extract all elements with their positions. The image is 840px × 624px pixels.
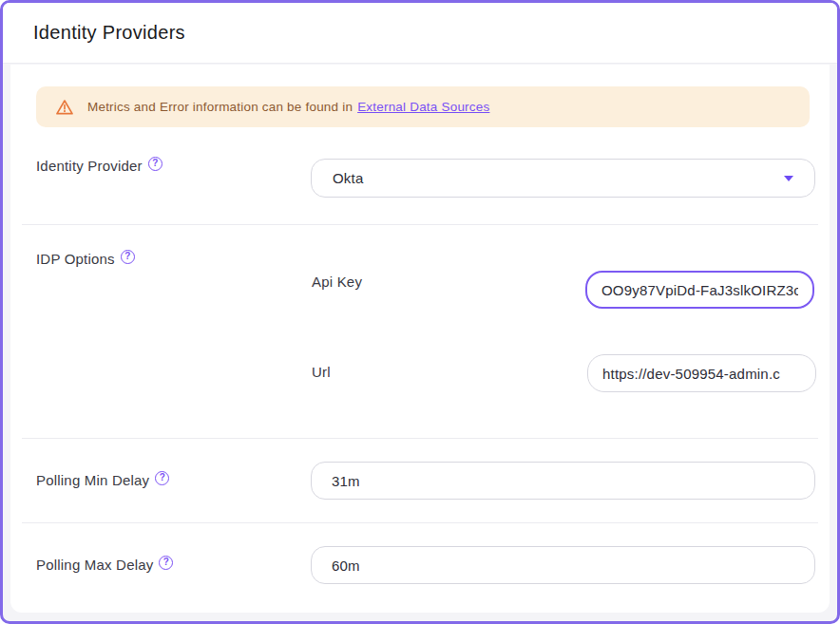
api-key-input[interactable] [585, 271, 814, 309]
chevron-down-icon [784, 176, 793, 181]
divider [22, 438, 818, 439]
banner-message: Metrics and Error information can be fou… [87, 100, 353, 114]
divider [22, 224, 818, 225]
divider [22, 522, 818, 523]
external-data-sources-link[interactable]: External Data Sources [357, 100, 489, 114]
polling-max-delay-label: Polling Max Delay? [36, 555, 173, 576]
polling-min-delay-label-text: Polling Min Delay [36, 472, 149, 488]
identity-provider-select[interactable]: Okta [311, 159, 815, 198]
api-key-label: Api Key [312, 272, 362, 293]
identity-provider-label-text: Identity Provider [36, 158, 143, 174]
polling-max-delay-label-text: Polling Max Delay [36, 557, 153, 573]
idp-options-label: IDP Options? [36, 249, 135, 270]
help-icon[interactable]: ? [155, 471, 169, 485]
idp-options-label-text: IDP Options [36, 251, 115, 267]
warning-triangle-icon [55, 98, 74, 117]
polling-min-delay-label: Polling Min Delay? [36, 470, 169, 491]
help-icon[interactable]: ? [159, 556, 173, 570]
help-icon[interactable]: ? [148, 157, 162, 171]
page-title: Identity Providers [33, 3, 185, 62]
url-input[interactable] [587, 354, 816, 392]
info-banner: Metrics and Error information can be fou… [36, 86, 810, 127]
url-label: Url [312, 362, 331, 383]
panel-header: Identity Providers [3, 3, 837, 64]
polling-min-delay-input[interactable] [311, 462, 815, 500]
help-icon[interactable]: ? [121, 250, 135, 264]
identity-provider-selected-value: Okta [333, 170, 784, 186]
identity-provider-label: Identity Provider? [36, 156, 162, 177]
identity-providers-panel: Identity Providers Metrics and Error inf… [0, 0, 840, 624]
form-card: Metrics and Error information can be fou… [10, 65, 830, 613]
polling-max-delay-input[interactable] [311, 546, 815, 584]
